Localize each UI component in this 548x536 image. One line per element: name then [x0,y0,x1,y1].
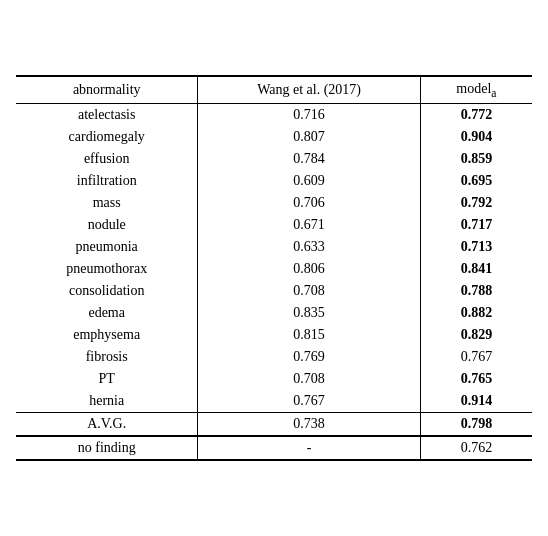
col-header-abnormality: abnormality [16,76,198,104]
table-row: infiltration0.6090.695 [16,170,532,192]
cell-model: 0.765 [420,368,532,390]
table-row: consolidation0.7080.788 [16,280,532,302]
cell-model: 0.904 [420,126,532,148]
cell-label: edema [16,302,198,324]
header-row: abnormality Wang et al. (2017) modela [16,76,532,104]
cell-model: 0.792 [420,192,532,214]
cell-model: 0.829 [420,324,532,346]
table-row: edema0.8350.882 [16,302,532,324]
cell-label: PT [16,368,198,390]
avg-wang: 0.738 [198,413,420,437]
cell-label: fibrosis [16,346,198,368]
cell-wang: 0.784 [198,148,420,170]
table-row: hernia0.7670.914 [16,390,532,413]
cell-wang: 0.716 [198,104,420,127]
cell-wang: 0.706 [198,192,420,214]
cell-label: cardiomegaly [16,126,198,148]
cell-wang: 0.609 [198,170,420,192]
cell-label: effusion [16,148,198,170]
cell-wang: 0.835 [198,302,420,324]
cell-model: 0.767 [420,346,532,368]
cell-wang: 0.769 [198,346,420,368]
cell-label: nodule [16,214,198,236]
cell-label: consolidation [16,280,198,302]
cell-wang: 0.815 [198,324,420,346]
cell-wang: 0.708 [198,280,420,302]
table-row: mass0.7060.792 [16,192,532,214]
table-row: emphysema0.8150.829 [16,324,532,346]
table-row: fibrosis0.7690.767 [16,346,532,368]
table-row: atelectasis0.7160.772 [16,104,532,127]
nofinding-row: no finding-0.762 [16,436,532,460]
cell-model: 0.841 [420,258,532,280]
results-table: abnormality Wang et al. (2017) modela at… [16,75,532,462]
cell-wang: 0.767 [198,390,420,413]
cell-model: 0.713 [420,236,532,258]
cell-wang: 0.633 [198,236,420,258]
cell-model: 0.695 [420,170,532,192]
nofinding-wang: - [198,436,420,460]
cell-model: 0.859 [420,148,532,170]
table-row: nodule0.6710.717 [16,214,532,236]
cell-label: pneumonia [16,236,198,258]
table-row: cardiomegaly0.8070.904 [16,126,532,148]
cell-label: mass [16,192,198,214]
cell-wang: 0.807 [198,126,420,148]
col-header-model: modela [420,76,532,104]
cell-model: 0.717 [420,214,532,236]
cell-wang: 0.806 [198,258,420,280]
cell-label: pneumothorax [16,258,198,280]
table-row: effusion0.7840.859 [16,148,532,170]
avg-label: A.V.G. [16,413,198,437]
col-header-wang: Wang et al. (2017) [198,76,420,104]
cell-wang: 0.708 [198,368,420,390]
cell-model: 0.882 [420,302,532,324]
nofinding-model: 0.762 [420,436,532,460]
avg-row: A.V.G.0.7380.798 [16,413,532,437]
table-row: pneumonia0.6330.713 [16,236,532,258]
cell-model: 0.914 [420,390,532,413]
cell-model: 0.788 [420,280,532,302]
avg-model: 0.798 [420,413,532,437]
nofinding-label: no finding [16,436,198,460]
cell-label: atelectasis [16,104,198,127]
cell-label: hernia [16,390,198,413]
main-table-wrapper: abnormality Wang et al. (2017) modela at… [16,75,532,462]
cell-model: 0.772 [420,104,532,127]
table-row: pneumothorax0.8060.841 [16,258,532,280]
cell-label: infiltration [16,170,198,192]
table-row: PT0.7080.765 [16,368,532,390]
cell-wang: 0.671 [198,214,420,236]
cell-label: emphysema [16,324,198,346]
